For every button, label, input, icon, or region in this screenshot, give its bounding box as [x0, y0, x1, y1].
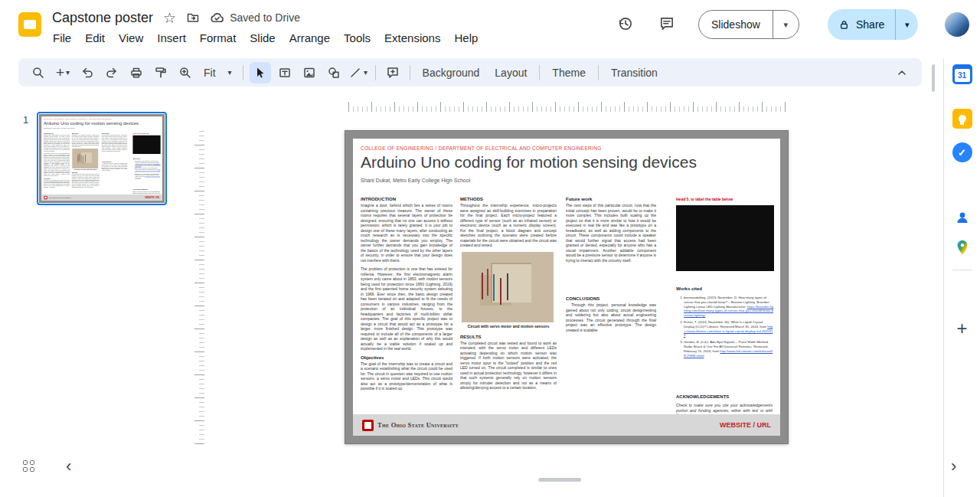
menu-insert[interactable]: Insert [150, 29, 193, 47]
poster-column-3: Future work The next steps of this parti… [102, 133, 127, 172]
get-add-ons-button[interactable]: + [956, 319, 967, 338]
calendar-day-label: 31 [955, 69, 970, 82]
citation-item: Gordon, B. (n.d.). Ada Byal Signals – Pu… [135, 174, 160, 179]
menu-file[interactable]: File [46, 29, 78, 47]
version-history-icon[interactable] [617, 15, 634, 32]
insert-image-button[interactable] [299, 62, 320, 83]
citation-text: Fisher, T. (2024, November 16). What Is … [684, 320, 767, 329]
share-label: Share [856, 18, 884, 31]
citation-link: https://www.lifewire.com/what-is-liquid-… [135, 169, 160, 173]
canvas-horizontal-scrollbar[interactable] [538, 478, 581, 482]
background-button[interactable]: Background [415, 62, 488, 83]
menu-arrange[interactable]: Arrange [283, 29, 337, 47]
poster-content: COLLEGE OF ENGINEERING / DEPARTMENT OF E… [353, 139, 780, 436]
future-work-heading: Future work [566, 197, 656, 201]
poster-column-2: METHODS Throughout the internship experi… [460, 197, 557, 394]
poster-footer: The Ohio State University WEBSITE / URL [353, 414, 780, 436]
slide-thumbnail[interactable]: COLLEGE OF ENGINEERING / DEPARTMENT OF E… [37, 112, 167, 205]
calendar-icon[interactable]: 31 [952, 64, 972, 84]
poster-author: Shani Dukat, Metro Early College High Sc… [44, 128, 74, 129]
insert-comment-button[interactable] [382, 62, 403, 83]
menu-extensions[interactable]: Extensions [377, 29, 447, 47]
new-slide-button[interactable]: + ▾ [52, 62, 74, 83]
star-icon[interactable]: ☆ [163, 11, 176, 25]
menu-slide[interactable]: Slide [243, 29, 282, 47]
insert-line-button[interactable]: ▾ [348, 62, 369, 83]
methods-heading: METHODS [460, 197, 557, 201]
poster-slide[interactable]: COLLEGE OF ENGINEERING / DEPARTMENT OF E… [345, 130, 789, 444]
citation-item: brennandalting. (2019, November 2). How … [684, 296, 774, 318]
poster-column-1: INTRODUCTION Imagine a door, behind whic… [44, 133, 70, 189]
slideshow-button[interactable]: Slideshow ▾ [698, 10, 799, 39]
menu-tools[interactable]: Tools [337, 29, 377, 47]
expand-side-panel-icon[interactable]: › [951, 458, 956, 475]
works-cited-heading: Works cited [132, 159, 140, 160]
zoom-select[interactable]: Fit ▾ [198, 67, 238, 79]
university-name: The Ohio State University [377, 421, 459, 429]
select-tool-button[interactable] [250, 62, 271, 83]
grid-view-button[interactable] [23, 460, 36, 473]
poster-footer: The Ohio State University WEBSITE / URL [41, 195, 162, 201]
menu-edit[interactable]: Edit [78, 29, 112, 47]
objectives-paragraph: The goal of the internship was to create… [361, 361, 452, 391]
contacts-icon[interactable] [953, 208, 972, 227]
share-button[interactable]: Share ▾ [828, 9, 918, 40]
plus-icon: + [56, 65, 64, 80]
menu-bar: File Edit View Insert Format Slide Arran… [46, 29, 485, 47]
collapse-filmstrip-icon[interactable]: ‹ [66, 458, 71, 475]
zoom-caret-icon: ▾ [228, 68, 232, 77]
acknowledgements-heading: ACKNOWLEDGEMENTS [132, 189, 148, 191]
layout-button[interactable]: Layout [487, 62, 534, 83]
intro-heading: INTRODUCTION [361, 197, 452, 201]
zoom-value: Fit [204, 67, 216, 79]
move-folder-icon[interactable] [186, 11, 200, 25]
poster-website-url: WEBSITE / URL [145, 196, 160, 198]
citation-item: Fisher, T. (2024, November 16). What Is … [684, 320, 774, 338]
print-button[interactable] [126, 62, 147, 83]
maps-icon[interactable] [954, 239, 971, 256]
keep-icon[interactable] [952, 109, 972, 129]
paint-format-button[interactable] [150, 62, 172, 83]
search-menus-icon[interactable] [28, 62, 49, 83]
poster-column-3: Future work The next steps of this parti… [566, 197, 656, 336]
slides-app-icon[interactable] [18, 12, 41, 37]
table-image-placeholder [676, 205, 774, 271]
undo-button[interactable] [77, 62, 98, 83]
poster-columns: INTRODUCTION Imagine a door, behind whic… [353, 197, 780, 414]
comment-history-icon[interactable] [658, 15, 675, 32]
canvas-vertical-scrollbar[interactable] [932, 64, 935, 92]
slide-number: 1 [23, 114, 28, 126]
account-avatar[interactable] [945, 12, 969, 37]
transition-button[interactable]: Transition [603, 62, 665, 83]
menu-help[interactable]: Help [447, 29, 485, 47]
zoom-icon[interactable] [175, 62, 196, 83]
intro-paragraph-1: Imagine a door, behind which lies a seri… [361, 203, 452, 263]
share-dropdown[interactable]: ▾ [895, 9, 918, 40]
poster-column-4: Head 5, to label the table below Works c… [132, 133, 160, 195]
collapse-toolbar-button[interactable] [891, 62, 913, 83]
document-title[interactable]: Capstone poster [52, 10, 153, 26]
insert-shape-button[interactable] [323, 62, 345, 83]
university-logo: The Ohio State University [44, 196, 72, 199]
acknowledgements-note: Check to make sure you cite your acknowl… [676, 403, 773, 414]
tasks-icon[interactable]: ✓ [952, 142, 972, 162]
poster-website-url: WEBSITE / URL [720, 421, 771, 429]
works-cited-list: brennandalting. (2019, November 2). How … [135, 161, 160, 179]
block-o-icon [362, 420, 374, 431]
bulb-icon [959, 115, 966, 123]
saved-to-drive-status[interactable]: Saved to Drive [210, 11, 300, 25]
redo-button[interactable] [101, 62, 122, 83]
table-image-placeholder [132, 136, 160, 154]
slideshow-dropdown[interactable]: ▾ [773, 11, 799, 38]
university-logo: The Ohio State University [362, 420, 459, 431]
text-box-button[interactable] [274, 62, 296, 83]
citation-item: Gordon, B. (n.d.). Ada Byal Signals – Pu… [684, 340, 774, 358]
conclusions-heading: CONCLUSIONS [566, 296, 656, 301]
menu-view[interactable]: View [112, 29, 150, 47]
line-caret-icon: ▾ [364, 68, 368, 77]
slideshow-label: Slideshow [699, 18, 773, 31]
menu-format[interactable]: Format [193, 29, 243, 47]
results-heading: RESULTS [460, 335, 557, 339]
poster-title: Arduino Uno coding for motion sensing de… [44, 120, 139, 126]
theme-button[interactable]: Theme [544, 62, 593, 83]
